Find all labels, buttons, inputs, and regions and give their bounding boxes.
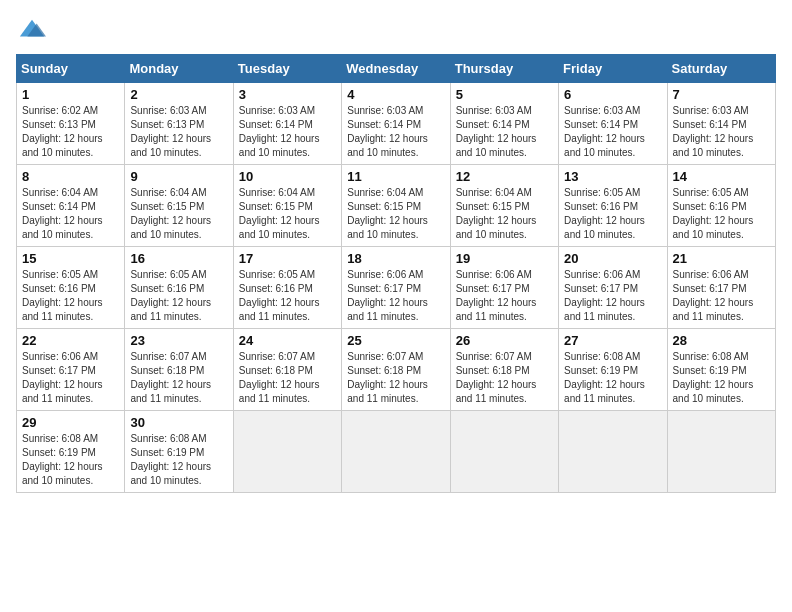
day-number: 18 xyxy=(347,251,444,266)
day-info: Sunrise: 6:04 AM Sunset: 6:15 PM Dayligh… xyxy=(239,186,336,242)
day-number: 29 xyxy=(22,415,119,430)
calendar-cell: 23 Sunrise: 6:07 AM Sunset: 6:18 PM Dayl… xyxy=(125,329,233,411)
day-info: Sunrise: 6:06 AM Sunset: 6:17 PM Dayligh… xyxy=(347,268,444,324)
day-info: Sunrise: 6:04 AM Sunset: 6:15 PM Dayligh… xyxy=(347,186,444,242)
calendar-cell xyxy=(450,411,558,493)
calendar-cell: 29 Sunrise: 6:08 AM Sunset: 6:19 PM Dayl… xyxy=(17,411,125,493)
day-number: 16 xyxy=(130,251,227,266)
logo xyxy=(16,16,46,44)
day-info: Sunrise: 6:08 AM Sunset: 6:19 PM Dayligh… xyxy=(673,350,770,406)
header-day-thursday: Thursday xyxy=(450,55,558,83)
header-day-saturday: Saturday xyxy=(667,55,775,83)
calendar-week-3: 15 Sunrise: 6:05 AM Sunset: 6:16 PM Dayl… xyxy=(17,247,776,329)
day-number: 24 xyxy=(239,333,336,348)
day-info: Sunrise: 6:08 AM Sunset: 6:19 PM Dayligh… xyxy=(22,432,119,488)
header-day-monday: Monday xyxy=(125,55,233,83)
day-number: 30 xyxy=(130,415,227,430)
day-info: Sunrise: 6:03 AM Sunset: 6:13 PM Dayligh… xyxy=(130,104,227,160)
day-number: 10 xyxy=(239,169,336,184)
day-info: Sunrise: 6:05 AM Sunset: 6:16 PM Dayligh… xyxy=(130,268,227,324)
calendar-cell: 11 Sunrise: 6:04 AM Sunset: 6:15 PM Dayl… xyxy=(342,165,450,247)
day-number: 17 xyxy=(239,251,336,266)
day-number: 6 xyxy=(564,87,661,102)
day-number: 8 xyxy=(22,169,119,184)
day-info: Sunrise: 6:06 AM Sunset: 6:17 PM Dayligh… xyxy=(22,350,119,406)
calendar-cell: 19 Sunrise: 6:06 AM Sunset: 6:17 PM Dayl… xyxy=(450,247,558,329)
calendar-table: SundayMondayTuesdayWednesdayThursdayFrid… xyxy=(16,54,776,493)
day-number: 11 xyxy=(347,169,444,184)
day-number: 15 xyxy=(22,251,119,266)
day-info: Sunrise: 6:05 AM Sunset: 6:16 PM Dayligh… xyxy=(239,268,336,324)
calendar-cell: 14 Sunrise: 6:05 AM Sunset: 6:16 PM Dayl… xyxy=(667,165,775,247)
calendar-cell: 5 Sunrise: 6:03 AM Sunset: 6:14 PM Dayli… xyxy=(450,83,558,165)
day-number: 21 xyxy=(673,251,770,266)
day-info: Sunrise: 6:07 AM Sunset: 6:18 PM Dayligh… xyxy=(239,350,336,406)
day-info: Sunrise: 6:03 AM Sunset: 6:14 PM Dayligh… xyxy=(564,104,661,160)
day-info: Sunrise: 6:04 AM Sunset: 6:15 PM Dayligh… xyxy=(130,186,227,242)
day-info: Sunrise: 6:04 AM Sunset: 6:14 PM Dayligh… xyxy=(22,186,119,242)
header-day-wednesday: Wednesday xyxy=(342,55,450,83)
calendar-week-1: 1 Sunrise: 6:02 AM Sunset: 6:13 PM Dayli… xyxy=(17,83,776,165)
calendar-cell: 26 Sunrise: 6:07 AM Sunset: 6:18 PM Dayl… xyxy=(450,329,558,411)
day-number: 5 xyxy=(456,87,553,102)
day-number: 27 xyxy=(564,333,661,348)
day-number: 19 xyxy=(456,251,553,266)
calendar-cell: 24 Sunrise: 6:07 AM Sunset: 6:18 PM Dayl… xyxy=(233,329,341,411)
day-number: 9 xyxy=(130,169,227,184)
day-info: Sunrise: 6:08 AM Sunset: 6:19 PM Dayligh… xyxy=(564,350,661,406)
calendar-cell xyxy=(342,411,450,493)
calendar-cell: 12 Sunrise: 6:04 AM Sunset: 6:15 PM Dayl… xyxy=(450,165,558,247)
day-number: 28 xyxy=(673,333,770,348)
day-info: Sunrise: 6:07 AM Sunset: 6:18 PM Dayligh… xyxy=(130,350,227,406)
calendar-cell: 10 Sunrise: 6:04 AM Sunset: 6:15 PM Dayl… xyxy=(233,165,341,247)
calendar-cell: 25 Sunrise: 6:07 AM Sunset: 6:18 PM Dayl… xyxy=(342,329,450,411)
day-info: Sunrise: 6:02 AM Sunset: 6:13 PM Dayligh… xyxy=(22,104,119,160)
day-info: Sunrise: 6:03 AM Sunset: 6:14 PM Dayligh… xyxy=(347,104,444,160)
day-number: 2 xyxy=(130,87,227,102)
calendar-cell: 2 Sunrise: 6:03 AM Sunset: 6:13 PM Dayli… xyxy=(125,83,233,165)
day-info: Sunrise: 6:06 AM Sunset: 6:17 PM Dayligh… xyxy=(564,268,661,324)
calendar-cell: 8 Sunrise: 6:04 AM Sunset: 6:14 PM Dayli… xyxy=(17,165,125,247)
day-info: Sunrise: 6:03 AM Sunset: 6:14 PM Dayligh… xyxy=(456,104,553,160)
calendar-cell: 16 Sunrise: 6:05 AM Sunset: 6:16 PM Dayl… xyxy=(125,247,233,329)
day-number: 4 xyxy=(347,87,444,102)
day-info: Sunrise: 6:07 AM Sunset: 6:18 PM Dayligh… xyxy=(456,350,553,406)
day-number: 12 xyxy=(456,169,553,184)
calendar-cell: 15 Sunrise: 6:05 AM Sunset: 6:16 PM Dayl… xyxy=(17,247,125,329)
calendar-cell: 1 Sunrise: 6:02 AM Sunset: 6:13 PM Dayli… xyxy=(17,83,125,165)
calendar-cell xyxy=(233,411,341,493)
header-row: SundayMondayTuesdayWednesdayThursdayFrid… xyxy=(17,55,776,83)
calendar-cell: 30 Sunrise: 6:08 AM Sunset: 6:19 PM Dayl… xyxy=(125,411,233,493)
header-day-friday: Friday xyxy=(559,55,667,83)
calendar-cell: 6 Sunrise: 6:03 AM Sunset: 6:14 PM Dayli… xyxy=(559,83,667,165)
day-number: 3 xyxy=(239,87,336,102)
calendar-cell xyxy=(559,411,667,493)
day-info: Sunrise: 6:06 AM Sunset: 6:17 PM Dayligh… xyxy=(456,268,553,324)
calendar-week-5: 29 Sunrise: 6:08 AM Sunset: 6:19 PM Dayl… xyxy=(17,411,776,493)
day-number: 23 xyxy=(130,333,227,348)
header-day-sunday: Sunday xyxy=(17,55,125,83)
day-info: Sunrise: 6:03 AM Sunset: 6:14 PM Dayligh… xyxy=(239,104,336,160)
calendar-cell: 18 Sunrise: 6:06 AM Sunset: 6:17 PM Dayl… xyxy=(342,247,450,329)
day-info: Sunrise: 6:05 AM Sunset: 6:16 PM Dayligh… xyxy=(22,268,119,324)
day-number: 25 xyxy=(347,333,444,348)
page-header xyxy=(16,16,776,44)
day-info: Sunrise: 6:06 AM Sunset: 6:17 PM Dayligh… xyxy=(673,268,770,324)
calendar-cell: 7 Sunrise: 6:03 AM Sunset: 6:14 PM Dayli… xyxy=(667,83,775,165)
day-number: 7 xyxy=(673,87,770,102)
day-number: 22 xyxy=(22,333,119,348)
day-number: 14 xyxy=(673,169,770,184)
calendar-cell xyxy=(667,411,775,493)
calendar-cell: 20 Sunrise: 6:06 AM Sunset: 6:17 PM Dayl… xyxy=(559,247,667,329)
calendar-cell: 9 Sunrise: 6:04 AM Sunset: 6:15 PM Dayli… xyxy=(125,165,233,247)
calendar-cell: 4 Sunrise: 6:03 AM Sunset: 6:14 PM Dayli… xyxy=(342,83,450,165)
calendar-cell: 27 Sunrise: 6:08 AM Sunset: 6:19 PM Dayl… xyxy=(559,329,667,411)
day-number: 26 xyxy=(456,333,553,348)
calendar-cell: 28 Sunrise: 6:08 AM Sunset: 6:19 PM Dayl… xyxy=(667,329,775,411)
calendar-cell: 13 Sunrise: 6:05 AM Sunset: 6:16 PM Dayl… xyxy=(559,165,667,247)
day-info: Sunrise: 6:04 AM Sunset: 6:15 PM Dayligh… xyxy=(456,186,553,242)
day-number: 13 xyxy=(564,169,661,184)
calendar-cell: 3 Sunrise: 6:03 AM Sunset: 6:14 PM Dayli… xyxy=(233,83,341,165)
day-info: Sunrise: 6:08 AM Sunset: 6:19 PM Dayligh… xyxy=(130,432,227,488)
day-info: Sunrise: 6:07 AM Sunset: 6:18 PM Dayligh… xyxy=(347,350,444,406)
